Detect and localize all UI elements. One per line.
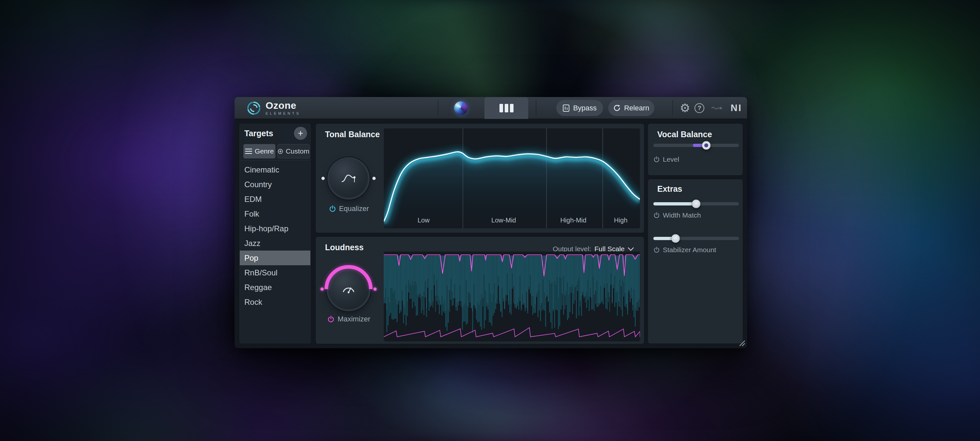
chain-view-icon: [500, 104, 514, 112]
knob-min-dot: [321, 177, 325, 180]
genre-list: CinematicCountryEDMFolkHip-hop/RapJazzPo…: [240, 162, 310, 309]
band-label: Low: [417, 217, 430, 224]
slider-track[interactable]: [653, 144, 739, 147]
tab-genre-label: Genre: [255, 147, 274, 155]
genre-item[interactable]: Hip-hop/Rap: [240, 221, 310, 236]
genre-item[interactable]: Jazz: [240, 236, 310, 250]
loudness-waveform-display: [384, 252, 640, 341]
slider-track[interactable]: [653, 237, 739, 240]
level-slider: [653, 141, 739, 150]
band-label: Low-Mid: [491, 217, 516, 224]
tonal-spectrum-display: LowLow-MidHigh-MidHigh: [384, 128, 640, 228]
topbar-divider: [672, 100, 673, 115]
knob-max-dot: [372, 177, 375, 180]
stabilizer-slider: [653, 234, 739, 243]
stabilizer-label: Stabilizer Amount: [663, 246, 716, 254]
equalizer-power-icon[interactable]: [329, 205, 336, 212]
width-match-power-icon[interactable]: [653, 212, 660, 218]
view-tab-chain[interactable]: [484, 97, 528, 119]
help-icon[interactable]: ?: [693, 97, 706, 119]
circle-plus-icon: [278, 149, 283, 154]
loudness-waveform-svg: [384, 252, 640, 341]
signal-flow-icon[interactable]: [709, 97, 725, 119]
plus-icon: +: [298, 128, 303, 139]
topbar-divider: [536, 100, 536, 115]
relearn-refresh-icon: [613, 104, 620, 112]
bypass-button[interactable]: Bypass: [556, 100, 603, 116]
genre-item[interactable]: Rock: [240, 295, 310, 309]
slider-thumb[interactable]: [671, 234, 680, 243]
tab-custom[interactable]: Custom: [277, 144, 310, 158]
hamburger-icon: [245, 148, 252, 155]
tonal-balance-panel: Tonal Balance Equalizer: [316, 124, 644, 232]
width-match-slider: [653, 199, 739, 209]
width-match-label-row: Width Match: [653, 211, 701, 219]
topbar-divider: [438, 100, 438, 115]
band-label: High-Mid: [560, 217, 586, 224]
vocal-balance-title: Vocal Balance: [657, 130, 712, 139]
slider-thumb[interactable]: [702, 141, 711, 150]
width-match-label: Width Match: [663, 211, 701, 219]
bypass-label: Bypass: [573, 104, 597, 112]
tonal-balance-title: Tonal Balance: [325, 130, 380, 139]
maximizer-knob[interactable]: [328, 269, 369, 309]
plugin-window: Ozone ELEMENTS Bypass Relearn: [235, 97, 747, 348]
chevron-down-icon: [628, 247, 634, 251]
slider-thumb[interactable]: [692, 200, 701, 209]
tab-custom-label: Custom: [286, 147, 309, 155]
targets-panel: Targets + Genre Custom CinematicCountryE…: [239, 124, 311, 343]
add-target-button[interactable]: +: [294, 127, 307, 140]
equalizer-knob[interactable]: [329, 159, 368, 197]
tab-genre[interactable]: Genre: [243, 144, 275, 158]
maximizer-power-icon[interactable]: [327, 315, 334, 323]
ozone-logo: Ozone ELEMENTS: [246, 97, 301, 119]
genre-item[interactable]: Reggae: [240, 280, 310, 295]
relearn-button[interactable]: Relearn: [608, 100, 654, 116]
bypass-meter-icon: [563, 104, 570, 112]
genre-item[interactable]: EDM: [240, 192, 310, 207]
level-power-icon[interactable]: [653, 156, 660, 163]
vocal-balance-panel: Vocal Balance Level: [648, 124, 743, 175]
gauge-glyph: [340, 282, 357, 296]
level-label: Level: [663, 156, 679, 163]
gear-icon[interactable]: ⚙: [678, 97, 692, 119]
stabilizer-power-icon[interactable]: [653, 247, 660, 253]
genre-item[interactable]: Cinematic: [240, 162, 310, 177]
assistant-sphere-icon: [454, 101, 468, 115]
genre-item[interactable]: Pop: [240, 250, 310, 265]
loudness-title: Loudness: [325, 243, 364, 252]
app-title: Ozone: [266, 100, 301, 110]
view-tab-assistant[interactable]: [445, 97, 477, 119]
genre-item[interactable]: Country: [240, 177, 310, 192]
tonal-curve-svg: [384, 128, 640, 228]
slider-fill: [653, 202, 696, 205]
app-subtitle: ELEMENTS: [266, 112, 301, 115]
topbar: Ozone ELEMENTS Bypass Relearn: [235, 97, 747, 119]
loudness-panel: Loudness Output level: Full Scale: [316, 237, 644, 344]
maximizer-label: Maximizer: [337, 315, 370, 323]
relearn-label: Relearn: [624, 104, 649, 112]
maximizer-module-row[interactable]: Maximizer: [316, 315, 382, 323]
band-label: High: [614, 217, 627, 224]
eq-curve-glyph: [340, 171, 357, 186]
stabilizer-label-row: Stabilizer Amount: [653, 246, 716, 254]
extras-title: Extras: [657, 184, 682, 194]
targets-title: Targets: [244, 129, 273, 138]
ni-logo: NI: [728, 97, 745, 119]
genre-item[interactable]: RnB/Soul: [240, 265, 310, 280]
extras-panel: Extras Width Match Stabiliz: [648, 179, 743, 343]
resize-handle[interactable]: [737, 338, 745, 347]
genre-item[interactable]: Folk: [240, 207, 310, 221]
level-label-row: Level: [653, 156, 679, 163]
logo-spiral-icon: [246, 100, 261, 116]
equalizer-label: Equalizer: [339, 204, 369, 213]
equalizer-module-row[interactable]: Equalizer: [316, 204, 382, 213]
